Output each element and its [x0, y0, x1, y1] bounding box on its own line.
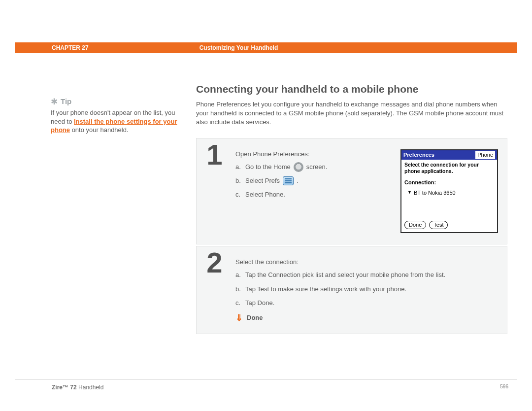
- product-name: Zire™ 72 Handheld: [52, 384, 103, 391]
- step-1-lead: Open Phone Preferences:: [235, 149, 392, 159]
- step-2a: a. Tap the Connection pick list and sele…: [235, 270, 498, 280]
- palm-title-left: Preferences: [403, 151, 434, 159]
- page-title: Connecting your handheld to a mobile pho…: [196, 83, 507, 95]
- step-2b: b. Tap Test to make sure the settings wo…: [235, 284, 498, 294]
- step-1-text: Open Phone Preferences: a. Go to the Hom…: [235, 149, 392, 234]
- step-number: 1: [206, 140, 222, 169]
- done-indicator: ⇓ Done: [235, 313, 498, 323]
- tip-text-post: onto your handheld.: [72, 126, 129, 134]
- step-1b: b. Select Prefs .: [235, 176, 392, 186]
- palm-test-button[interactable]: Test: [429, 221, 448, 229]
- dropdown-icon: ▼: [407, 189, 412, 196]
- main-content: Connecting your handheld to a mobile pho…: [196, 83, 507, 334]
- tip-body: If your phone doesn't appear on the list…: [51, 108, 179, 135]
- step-number: 2: [206, 248, 222, 277]
- tip-heading: Tip: [61, 97, 71, 106]
- palm-connection-picklist[interactable]: ▼ BT to Nokia 3650: [407, 189, 494, 197]
- chapter-label: CHAPTER 27: [52, 44, 89, 51]
- palm-done-button[interactable]: Done: [404, 221, 426, 229]
- step-2-lead: Select the connection:: [235, 257, 498, 267]
- palm-titlebar: Preferences Phone: [401, 150, 497, 160]
- tip-sidebar: ✱ Tip If your phone doesn't appear on th…: [51, 97, 179, 135]
- down-arrow-icon: ⇓: [235, 313, 243, 322]
- palm-title-right: Phone: [475, 151, 495, 159]
- prefs-icon: [283, 176, 294, 185]
- palm-instruction: Select the connection for your phone app…: [404, 162, 494, 174]
- palm-screenshot: Preferences Phone Select the connection …: [400, 149, 498, 234]
- step-1: 1 Open Phone Preferences: a. Go to the H…: [196, 138, 507, 245]
- palm-connection-value: BT to Nokia 3650: [414, 189, 456, 197]
- page-number: 596: [500, 384, 508, 391]
- step-2c: c. Tap Done.: [235, 298, 498, 308]
- intro-paragraph: Phone Preferences let you configure your…: [196, 100, 507, 127]
- asterisk-icon: ✱: [51, 98, 58, 106]
- section-title: Customizing Your Handheld: [200, 44, 278, 51]
- step-2: 2 Select the connection: a. Tap the Conn…: [196, 246, 507, 334]
- done-label: Done: [247, 313, 263, 323]
- step-2-text: Select the connection: a. Tap the Connec…: [235, 257, 498, 323]
- chapter-header: CHAPTER 27 Customizing Your Handheld: [15, 42, 517, 53]
- home-icon: [294, 162, 303, 172]
- step-1a: a. Go to the Home screen.: [235, 162, 392, 172]
- palm-connection-label: Connection:: [404, 178, 494, 187]
- steps-container: 1 Open Phone Preferences: a. Go to the H…: [196, 138, 507, 334]
- step-1c: c. Select Phone.: [235, 190, 392, 200]
- page-footer: Zire™ 72 Handheld 596: [15, 379, 517, 391]
